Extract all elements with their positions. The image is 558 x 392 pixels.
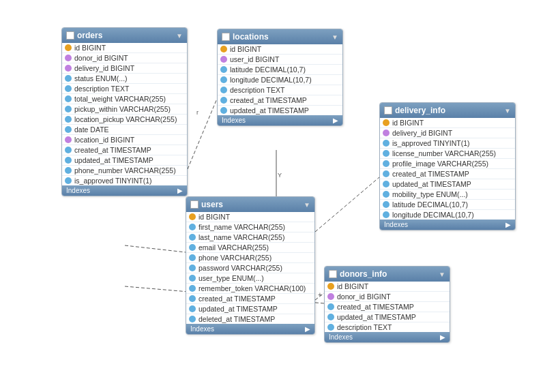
collapse-arrow[interactable]: ▼: [504, 107, 511, 115]
table-users-body: id BIGINT first_name VARCHAR(255) last_n…: [186, 212, 314, 324]
field-icon: [65, 106, 72, 112]
indexes-label: Indexes: [384, 221, 408, 228]
key-icon: [189, 213, 196, 220]
field-row: phone VARCHAR(255): [186, 253, 314, 263]
field-row: is_approved TINYINT(1): [62, 176, 187, 185]
key-icon: [327, 283, 334, 290]
table-delivery-info-header: delivery_info ▼: [380, 103, 515, 118]
svg-text:Y: Y: [278, 172, 282, 179]
field-row: latitude DECIMAL(10,7): [218, 65, 342, 75]
table-users: users ▼ id BIGINT first_name VARCHAR(255…: [186, 196, 315, 335]
field-row: updated_at TIMESTAMP: [218, 106, 342, 115]
field-icon: [189, 316, 196, 322]
fk-icon: [65, 55, 72, 61]
table-delivery-info-footer[interactable]: Indexes ▶: [380, 220, 515, 230]
collapse-arrow[interactable]: ▼: [176, 32, 183, 40]
field-icon: [65, 167, 72, 174]
field-row: donor_id BIGINT: [325, 292, 450, 302]
indexes-arrow[interactable]: ▶: [177, 187, 183, 194]
indexes-label: Indexes: [66, 187, 90, 194]
collapse-arrow[interactable]: ▼: [332, 33, 338, 41]
svg-line-2: [125, 245, 186, 252]
field-icon: [383, 170, 390, 177]
indexes-label: Indexes: [222, 117, 246, 124]
table-donors-info-footer[interactable]: Indexes ▶: [325, 332, 450, 342]
field-icon: [383, 160, 390, 167]
field-icon: [65, 75, 72, 82]
svg-line-5: [315, 177, 379, 232]
svg-line-0: [188, 99, 217, 169]
field-row: pickup_within VARCHAR(255): [62, 104, 187, 115]
field-icon: [327, 324, 334, 331]
svg-line-6: [315, 293, 324, 300]
indexes-arrow[interactable]: ▶: [305, 325, 310, 333]
field-row: deleted_at TIMESTAMP: [186, 314, 314, 324]
field-row: user_type ENUM(...): [186, 273, 314, 284]
field-icon: [189, 285, 196, 292]
table-icon: [190, 200, 199, 209]
field-row: id BIGINT: [186, 212, 314, 222]
field-icon: [189, 224, 196, 230]
fk-icon: [65, 136, 72, 143]
table-orders-footer[interactable]: Indexes ▶: [62, 185, 187, 196]
indexes-arrow[interactable]: ▶: [333, 117, 338, 124]
field-icon: [383, 191, 390, 198]
field-row: donor_id BIGINT: [62, 53, 187, 63]
key-icon: [383, 119, 390, 126]
key-icon: [220, 46, 227, 52]
indexes-label: Indexes: [329, 333, 353, 341]
field-icon: [65, 116, 72, 123]
table-donors-info: donors_info ▼ id BIGINT donor_id BIGINT …: [324, 266, 450, 343]
collapse-arrow[interactable]: ▼: [439, 271, 445, 278]
field-icon: [189, 234, 196, 241]
table-orders-body: id BIGINT donor_id BIGINT delivery_id BI…: [62, 43, 187, 185]
collapse-arrow[interactable]: ▼: [304, 201, 310, 209]
field-row: created_at TIMESTAMP: [62, 145, 187, 155]
field-icon: [327, 303, 334, 310]
field-row: longitude DECIMAL(10,7): [380, 210, 515, 220]
field-icon: [65, 85, 72, 92]
field-row: created_at TIMESTAMP: [380, 169, 515, 179]
field-icon: [189, 295, 196, 302]
table-locations-title: locations: [233, 32, 269, 42]
field-row: location_pickup VARCHAR(255): [62, 115, 187, 125]
field-icon: [383, 211, 390, 218]
table-icon: [329, 270, 337, 278]
field-icon: [383, 181, 390, 187]
field-row: id BIGINT: [325, 282, 450, 292]
field-row: created_at TIMESTAMP: [325, 302, 450, 312]
field-row: latitude DECIMAL(10,7): [380, 200, 515, 210]
table-icon: [222, 33, 230, 41]
field-icon: [220, 107, 227, 114]
field-icon: [189, 265, 196, 271]
indexes-arrow[interactable]: ▶: [440, 333, 445, 341]
field-row: is_approved TINYINT(1): [380, 138, 515, 149]
svg-text:r: r: [196, 109, 199, 116]
field-icon: [327, 314, 334, 320]
table-donors-info-title: donors_info: [340, 269, 387, 279]
field-row: status ENUM(...): [62, 74, 187, 84]
field-row: id BIGINT: [62, 43, 187, 53]
indexes-arrow[interactable]: ▶: [505, 221, 511, 228]
table-users-header: users ▼: [186, 197, 314, 212]
field-icon: [383, 150, 390, 157]
table-users-title: users: [201, 200, 223, 209]
field-icon: [65, 157, 72, 164]
field-row: total_weight VARCHAR(255): [62, 94, 187, 104]
table-locations-footer[interactable]: Indexes ▶: [218, 115, 342, 125]
field-row: created_at TIMESTAMP: [218, 95, 342, 106]
field-icon: [220, 87, 227, 93]
field-icon: [383, 201, 390, 208]
table-users-footer[interactable]: Indexes ▶: [186, 324, 314, 334]
field-row: updated_at TIMESTAMP: [186, 304, 314, 314]
field-row: password VARCHAR(255): [186, 263, 314, 273]
field-icon: [220, 97, 227, 104]
field-row: updated_at TIMESTAMP: [325, 312, 450, 322]
field-row: description TEXT: [62, 84, 187, 94]
table-delivery-info-title: delivery_info: [395, 106, 445, 115]
field-icon: [220, 76, 227, 83]
field-row: description TEXT: [218, 85, 342, 95]
table-locations: locations ▼ id BIGINT user_id BIGINT lat…: [217, 29, 343, 126]
diagram-canvas: r Y + orders ▼ id BIGINT donor_id BIGINT…: [0, 0, 558, 392]
field-row: location_id BIGINT: [62, 135, 187, 145]
